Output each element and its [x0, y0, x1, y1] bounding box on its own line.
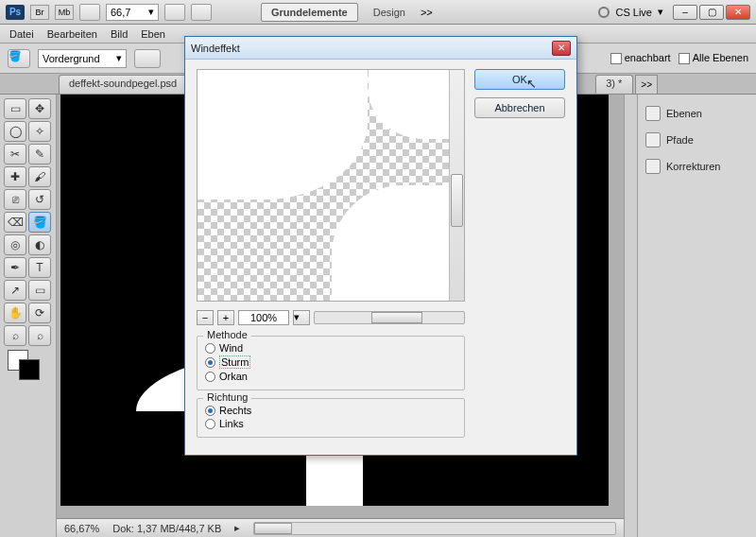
radio-sturm[interactable]: Sturm: [205, 355, 456, 369]
panel-korrekturen[interactable]: Korrekturen: [642, 153, 752, 180]
paths-icon: [645, 132, 661, 147]
menu-ebenen[interactable]: Eben: [141, 28, 165, 40]
screen-mode-button[interactable]: [191, 4, 212, 21]
preview-zoom-menu[interactable]: ▾: [293, 310, 310, 325]
filter-preview[interactable]: [197, 69, 465, 302]
tool-healing[interactable]: ✚: [4, 166, 26, 187]
panel-pfade[interactable]: Pfade: [642, 127, 752, 153]
tool-hand[interactable]: ✋: [4, 303, 26, 323]
cursor-icon: ↖: [526, 77, 537, 91]
view-extras-button[interactable]: [79, 4, 100, 21]
arrange-docs-button[interactable]: [164, 4, 185, 21]
tool-dodge[interactable]: ◐: [28, 234, 51, 255]
workspace-more-button[interactable]: >>: [421, 7, 433, 18]
ok-button[interactable]: OK↖: [474, 69, 565, 90]
all-layers-checkbox[interactable]: Alle Ebenen: [679, 52, 748, 64]
tool-zoom[interactable]: ⌕: [4, 325, 26, 346]
preview-zoom-value[interactable]: 100%: [238, 310, 289, 325]
document-tab-2[interactable]: 3) *: [595, 75, 633, 94]
dialog-title-text: Windeffekt: [191, 43, 240, 54]
layers-icon: [645, 106, 661, 121]
tool-extra[interactable]: ⌕: [28, 325, 51, 346]
direction-legend: Richtung: [203, 391, 251, 403]
panel-dock-strip[interactable]: [624, 95, 637, 537]
radio-rechts[interactable]: Rechts: [205, 405, 456, 416]
workspace-design[interactable]: Design: [364, 4, 415, 21]
tool-rotate-view[interactable]: ⟳: [28, 303, 51, 323]
zoom-in-button[interactable]: +: [217, 310, 234, 325]
dialog-close-button[interactable]: ✕: [552, 41, 571, 56]
status-bar: 66,67% Dok: 1,37 MB/448,7 KB▸: [57, 518, 624, 537]
tool-blur[interactable]: ◎: [4, 234, 26, 255]
pattern-picker[interactable]: [134, 49, 161, 68]
dialog-titlebar[interactable]: Windeffekt ✕: [185, 37, 576, 60]
tool-paint-bucket[interactable]: 🪣: [28, 212, 51, 233]
adjustments-icon: [645, 159, 661, 174]
tool-rectangle-shape[interactable]: ▭: [28, 280, 51, 301]
tool-magic-wand[interactable]: ✧: [28, 121, 51, 142]
minibridge-button[interactable]: Mb: [55, 5, 74, 20]
horizontal-scrollbar[interactable]: [253, 522, 616, 535]
tool-history-brush[interactable]: ↺: [28, 189, 51, 210]
preview-vertical-scrollbar[interactable]: [449, 70, 464, 301]
window-minimize-button[interactable]: –: [673, 5, 697, 20]
bridge-button[interactable]: Br: [30, 5, 49, 20]
wind-dialog: Windeffekt ✕ − + 100% ▾ Methode Wind Stu…: [184, 36, 577, 456]
background-color[interactable]: [19, 359, 40, 380]
radio-links[interactable]: Links: [205, 418, 456, 429]
method-legend: Methode: [203, 329, 251, 340]
tool-move[interactable]: ✥: [28, 98, 51, 119]
menu-bearbeiten[interactable]: Bearbeiten: [47, 28, 97, 40]
app-bar: Ps Br Mb 66,7▾ Grundelemente Design >> C…: [0, 0, 756, 25]
preview-horizontal-scrollbar[interactable]: [314, 311, 465, 324]
tool-brush[interactable]: 🖌: [28, 166, 51, 187]
workspace-grundelemente[interactable]: Grundelemente: [261, 3, 358, 22]
tool-eyedropper[interactable]: ✎: [28, 144, 51, 165]
document-tab-1[interactable]: deffekt-soundpegel.psd: [59, 75, 187, 94]
right-panels: Ebenen Pfade Korrekturen: [637, 95, 756, 537]
window-maximize-button[interactable]: ▢: [699, 5, 724, 20]
photoshop-logo: Ps: [6, 5, 25, 20]
radio-wind[interactable]: Wind: [205, 342, 456, 354]
panel-ebenen[interactable]: Ebenen: [642, 100, 752, 127]
cslive-button[interactable]: CS Live: [615, 7, 652, 18]
document-tabs-overflow[interactable]: >>: [635, 75, 658, 94]
tool-pen[interactable]: ✒: [4, 257, 26, 278]
fill-source-select[interactable]: Vordergrund▾: [38, 49, 127, 68]
radio-orkan[interactable]: Orkan: [205, 371, 456, 382]
tool-stamp[interactable]: ⎚: [4, 189, 26, 210]
contiguous-checkbox[interactable]: enachbart: [610, 52, 671, 64]
tool-path-select[interactable]: ↗: [4, 280, 26, 301]
menu-bild[interactable]: Bild: [111, 28, 128, 40]
tool-rect-marquee[interactable]: ▭: [4, 98, 26, 119]
tool-lasso[interactable]: ◯: [4, 121, 26, 142]
zoom-out-button[interactable]: −: [197, 310, 214, 325]
cancel-button[interactable]: Abbrechen: [474, 97, 565, 118]
status-zoom[interactable]: 66,67%: [64, 523, 99, 534]
status-docinfo[interactable]: Dok: 1,37 MB/448,7 KB: [112, 523, 221, 534]
tools-panel: ▭ ✥ ◯ ✧ ✂ ✎ ✚ 🖌 ⎚ ↺ ⌫ 🪣 ◎ ◐ ✒ T ↗ ▭ ✋ ⟳ …: [0, 95, 57, 537]
cslive-icon: [598, 7, 610, 18]
method-group: Methode Wind Sturm Orkan: [197, 336, 465, 390]
color-swatches[interactable]: [4, 348, 51, 378]
menu-datei[interactable]: Datei: [9, 28, 34, 40]
zoom-level-combo[interactable]: 66,7▾: [106, 4, 159, 21]
tool-type[interactable]: T: [28, 257, 51, 278]
current-tool-icon[interactable]: 🪣: [8, 49, 30, 68]
tool-crop[interactable]: ✂: [4, 144, 26, 165]
direction-group: Richtung Rechts Links: [197, 398, 465, 438]
window-close-button[interactable]: ✕: [726, 5, 750, 20]
tool-eraser[interactable]: ⌫: [4, 212, 26, 233]
